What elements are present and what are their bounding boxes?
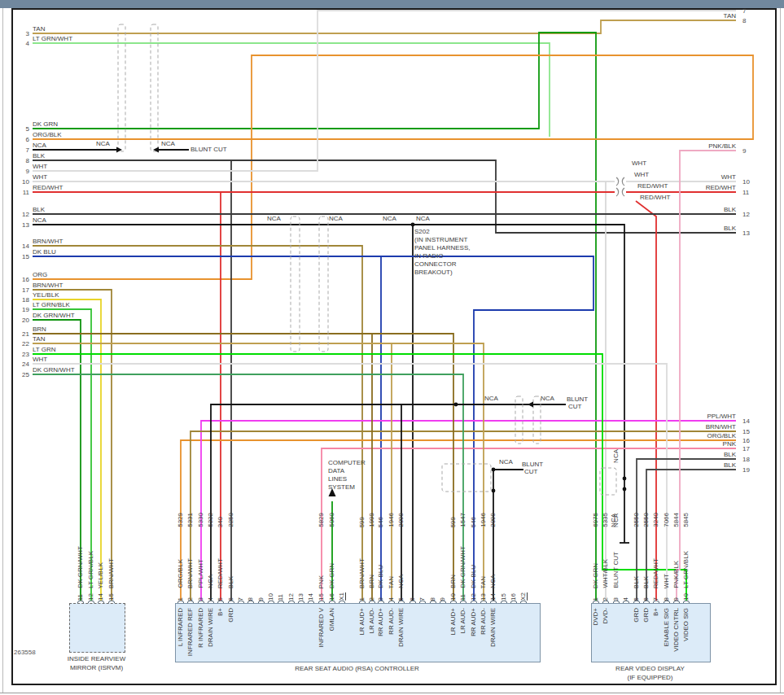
connector-pin-number-rsa-7: 7: [237, 597, 244, 601]
annotation-nca-1: NCA: [161, 140, 175, 147]
wire-color-rsa-2: BRN: [368, 575, 375, 588]
diagram-part-number: 263558: [14, 649, 36, 656]
connector-pin-number-video-9: 9: [672, 597, 680, 601]
pin-function-rsa-4: RR AUD-: [388, 608, 395, 635]
wire-wht-left9-to-right7: [33, 11, 736, 171]
connector-caption-video: (IF EQUIPPED): [575, 674, 725, 681]
wire-color-video-7: RED/WHT: [652, 558, 659, 588]
pin-function-rsa-5: DRAIN WIRE: [397, 608, 405, 647]
annotation-blunt-12: BLUNT: [522, 461, 543, 468]
circuit-number-rsa-4: 5332: [207, 513, 214, 527]
connector-pin-number-rsa-2: 2: [368, 597, 375, 601]
connector-pin-number-video-2: 2: [602, 597, 609, 601]
right-pin-number-7: 7: [742, 7, 746, 15]
left-pin-wire-label-13: NCA: [33, 216, 46, 224]
left-pin-wire-label-21: BRN: [33, 326, 46, 333]
wire-color-isrvm-11: DK GRN/WHT: [77, 546, 84, 588]
right-pin-wire-label-16: ORG/BLK: [707, 432, 736, 439]
right-pin-number-9: 9: [742, 147, 746, 155]
left-pin-number-4: 4: [11, 40, 29, 47]
pin-function-rsa-4: DRAIN WIRE: [207, 608, 214, 647]
connector-pin-number-rsa-X2: X2: [519, 592, 527, 601]
right-pin-wire-label-10: WHT: [721, 173, 736, 181]
connector-pin-number-rsa-4: 4: [207, 597, 214, 601]
annotation-red-wht-16: RED/WHT: [637, 182, 668, 190]
inline-connector-dashes-3: [319, 216, 328, 352]
left-pin-wire-label-12: BLK: [33, 206, 45, 213]
pin-function-rsa-10: LR AUD+: [449, 608, 457, 636]
left-pin-wire-label-14: BRN/WHT: [33, 238, 63, 245]
wire-pnkblk-5844-to-right9: [677, 151, 736, 603]
s202-note-line: BREAKOUT): [414, 269, 453, 277]
pin-function-rsa-5: B+: [217, 608, 224, 616]
right-pin-number-16: 16: [742, 437, 750, 444]
circuit-number-rsa-13: 1946: [480, 513, 487, 527]
connector-pin-number-rsa-11: 11: [277, 594, 284, 601]
left-pin-wire-label-9: WHT: [33, 163, 47, 170]
circuit-number-video-1: 6975: [592, 513, 599, 527]
circuit-number-rsa-16: 5060: [328, 513, 335, 527]
left-pin-wire-label-15: DK BLU: [33, 248, 56, 256]
pin-function-video-9: VIDEO CNTRL: [672, 608, 680, 652]
connector-pin-number-rsa-5: 5: [217, 597, 224, 601]
annotation-nca-6: NCA: [416, 215, 430, 222]
circuit-number-video-6: 2550: [642, 513, 650, 527]
wire-color-rsa-5: RED/WHT: [217, 558, 224, 588]
annotation-nca-4: NCA: [329, 215, 343, 222]
wire-color-video-6: BLK: [642, 576, 650, 588]
left-pin-wire-label-25: DK GRN/WHT: [33, 366, 75, 374]
connector-caption-isrvm: MIRROR (ISRVM): [53, 664, 140, 671]
circuit-number-video-10: 5845: [682, 513, 690, 527]
annotation-vertical-nca-0: NCA: [612, 449, 620, 463]
wire-break-icon: [622, 188, 624, 196]
left-pin-wire-label-8: BLK: [33, 152, 45, 160]
connector-pin-number-rsa-16: 16: [328, 593, 335, 601]
connector-pin-number-rsa-9: 9: [439, 597, 446, 601]
wire-color-isrvm-14: YEL/BLK: [97, 562, 104, 588]
pin-function-rsa-11: LR AUD-: [459, 608, 466, 634]
right-pin-wire-label-9: PNK/BLK: [708, 142, 736, 150]
annotation-cut-10: CUT: [568, 403, 581, 410]
pin-function-rsa-14: DRAIN WIRE: [489, 608, 497, 647]
wire-color-rsa-5: NCA: [397, 575, 405, 588]
left-pin-number-25: 25: [11, 371, 29, 378]
connector-pin-number-rsa-6: 6: [227, 597, 234, 601]
pin-function-rsa-13: RR AUD-: [480, 608, 487, 635]
left-pin-number-19: 19: [11, 306, 29, 313]
pin-function-rsa-6: GRD: [227, 608, 234, 623]
circuit-number-rsa-3: 5330: [197, 513, 204, 527]
wire-nca-left13-blunt: [33, 225, 624, 543]
circuit-number-rsa-14: 2099: [489, 513, 497, 527]
wire-color-video-10: LT GRN/BLK: [682, 551, 690, 588]
right-pin-number-12: 12: [742, 211, 750, 218]
annotation-nca-3: NCA: [267, 215, 281, 222]
right-pin-wire-label-15: BRN/WHT: [706, 423, 736, 431]
right-pin-wire-label-8: TAN: [724, 12, 736, 20]
annotation-blunt-9: BLUNT: [567, 396, 588, 403]
wire-dkblu-left15-546: [33, 256, 593, 603]
left-pin-number-8: 8: [11, 157, 29, 164]
pin-function-rsa-2: INFRARED REF: [186, 608, 194, 656]
wire-break-icon: [616, 188, 619, 196]
left-pin-wire-label-16: ORG: [33, 271, 47, 278]
pin-function-rsa-1: L INFRARED: [177, 608, 184, 646]
pin-function-video-7: B+: [652, 608, 659, 616]
left-pin-number-24: 24: [11, 361, 29, 368]
connector-pin-number-rsa-15: 15: [318, 593, 325, 601]
annotation-nca-7: NCA: [484, 395, 498, 402]
connector-pin-number-video-1: 1: [592, 597, 599, 601]
circuit-number-rsa-2: 1999: [368, 513, 375, 527]
s202-note-line: IN RADIO: [414, 252, 444, 260]
inline-connector-dashes-5: [533, 396, 541, 444]
left-pin-number-13: 13: [11, 221, 29, 229]
left-pin-number-3: 3: [11, 30, 29, 37]
splice-dot: [623, 487, 627, 492]
connector-pin-number-rsa-1: 1: [358, 597, 366, 601]
computer-data-lines-note: SYSTEM: [328, 483, 355, 492]
connector-pin-number-rsa-8: 8: [429, 597, 436, 601]
left-pin-number-10: 10: [11, 178, 29, 186]
circuit-number-rsa-1: 599: [358, 517, 366, 527]
left-pin-number-17: 17: [11, 286, 29, 294]
right-pin-number-13: 13: [742, 229, 750, 237]
connector-pin-number-rsa-2: 2: [186, 597, 194, 601]
